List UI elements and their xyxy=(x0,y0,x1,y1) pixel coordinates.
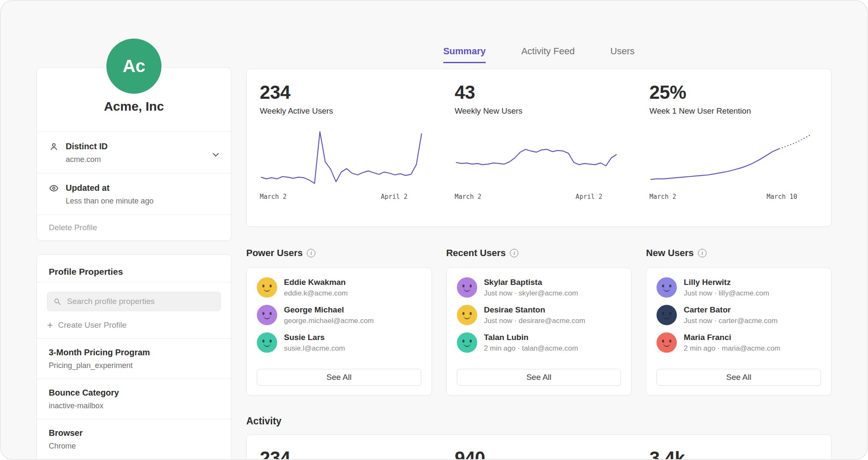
info-icon[interactable] xyxy=(307,249,315,257)
info-icon[interactable] xyxy=(698,249,707,257)
activity-stat: 3.4k xyxy=(636,435,831,460)
user-meta: Just now · desirare@acme.com xyxy=(484,316,585,325)
activity-stat: 234 xyxy=(247,435,442,460)
section-title: Power Users xyxy=(246,248,303,259)
property-item: Browser Chrome xyxy=(37,419,231,459)
stat-value: 43 xyxy=(455,82,618,103)
property-item: Bounce Category inactive-mailbox xyxy=(37,379,231,419)
list-item[interactable]: Skylar Baptista Just now · skyler@acme.c… xyxy=(457,277,621,298)
profile-properties-card: Profile Properties + Create User Profile… xyxy=(36,254,231,460)
plus-icon: + xyxy=(47,321,53,329)
weekly-active-users-chart xyxy=(260,129,423,189)
list-item[interactable]: Carter Bator Just now · carter@acme.com xyxy=(657,305,821,325)
eye-icon xyxy=(49,183,60,206)
main-content: Summary Activity Feed Users 234 Weekly A… xyxy=(246,1,832,460)
field-value: acme.com xyxy=(66,155,108,164)
section-new-users: New Users Lilly Herwitz Just now · lilly… xyxy=(646,247,832,396)
tab-summary[interactable]: Summary xyxy=(443,46,486,63)
user-name: Desirae Stanton xyxy=(484,305,585,315)
user-name: Carter Bator xyxy=(684,305,777,315)
user-name: Susie Lars xyxy=(284,332,345,342)
user-avatar xyxy=(457,305,477,325)
field-label: Updated at xyxy=(66,183,153,193)
user-meta: 2 min ago · maria@acme.com xyxy=(684,344,780,353)
user-sections: Power Users Eddie Kwakman eddie.k@acme.c… xyxy=(246,247,832,396)
list-item[interactable]: Lilly Herwitz Just now · lilly@acme.com xyxy=(657,277,821,298)
delete-profile-button[interactable]: Delete Profile xyxy=(37,215,231,240)
tab-users[interactable]: Users xyxy=(610,46,634,63)
org-avatar-initials: Ac xyxy=(122,56,145,76)
tab-bar: Summary Activity Feed Users xyxy=(246,46,832,63)
see-all-button[interactable]: See All xyxy=(257,369,421,386)
chevron-down-icon[interactable] xyxy=(211,150,221,160)
app-window: Ac Acme, Inc Distinct ID acme.com xyxy=(0,0,868,460)
user-name: Talan Lubin xyxy=(484,332,578,342)
summary-stats-card: 234 Weekly Active Users March 2 April 2 … xyxy=(246,69,832,227)
activity-section-title: Activity xyxy=(246,415,832,427)
stat-weekly-new-users: 43 Weekly New Users March 2 April 2 xyxy=(442,69,637,226)
profile-sidebar: Ac Acme, Inc Distinct ID acme.com xyxy=(36,1,231,460)
person-icon xyxy=(49,142,60,164)
user-meta: Just now · carter@acme.com xyxy=(684,316,777,325)
property-label: Bounce Category xyxy=(49,388,219,398)
x-tick: April 2 xyxy=(381,193,407,201)
profile-properties-title: Profile Properties xyxy=(37,255,231,282)
search-profile-properties-input[interactable] xyxy=(47,292,221,311)
user-name: George Michael xyxy=(284,305,374,315)
x-axis-labels: March 2 April 2 xyxy=(260,193,423,201)
create-user-profile-label: Create User Profile xyxy=(58,321,127,330)
see-all-button[interactable]: See All xyxy=(457,369,621,386)
list-item[interactable]: Eddie Kwakman eddie.k@acme.com xyxy=(257,277,421,298)
user-name: Eddie Kwakman xyxy=(284,277,348,287)
x-tick: March 10 xyxy=(767,193,797,201)
section-title: New Users xyxy=(646,248,694,259)
weekly-new-users-chart xyxy=(455,129,618,189)
user-avatar xyxy=(257,277,277,298)
power-users-card: Eddie Kwakman eddie.k@acme.com George Mi… xyxy=(246,268,432,396)
info-icon[interactable] xyxy=(510,249,518,257)
week1-retention-chart xyxy=(649,129,812,189)
list-item[interactable]: Desirae Stanton Just now · desirare@acme… xyxy=(457,305,621,325)
user-avatar xyxy=(457,332,477,353)
tab-activity-feed[interactable]: Activity Feed xyxy=(521,46,575,63)
list-item[interactable]: Maria Franci 2 min ago · maria@acme.com xyxy=(657,332,821,353)
user-avatar xyxy=(257,305,277,325)
user-avatar xyxy=(257,332,277,353)
user-name: Skylar Baptista xyxy=(484,277,578,287)
x-axis-labels: March 2 March 10 xyxy=(649,193,812,201)
stat-value: 25% xyxy=(649,82,812,103)
field-label: Distinct ID xyxy=(66,141,108,151)
stat-weekly-active-users: 234 Weekly Active Users March 2 April 2 xyxy=(247,69,442,226)
property-value: Pricing_plan_experiment xyxy=(49,361,219,370)
user-meta: eddie.k@acme.com xyxy=(284,289,348,298)
user-meta: 2 min ago · talan@acme.com xyxy=(484,344,578,353)
x-axis-labels: March 2 April 2 xyxy=(455,193,618,201)
section-title: Recent Users xyxy=(446,248,506,259)
user-meta: george.michael@acme.com xyxy=(284,316,374,325)
field-value: Less than one minute ago xyxy=(66,196,153,206)
recent-users-card: Skylar Baptista Just now · skyler@acme.c… xyxy=(446,268,632,396)
list-item[interactable]: Talan Lubin 2 min ago · talan@acme.com xyxy=(457,332,621,353)
stat-value: 234 xyxy=(260,82,423,103)
user-avatar xyxy=(657,332,677,353)
create-user-profile-button[interactable]: + Create User Profile xyxy=(47,321,221,330)
divider xyxy=(37,282,231,282)
user-meta: Just now · skyler@acme.com xyxy=(484,289,578,298)
see-all-button[interactable]: See All xyxy=(657,369,821,386)
search-box xyxy=(47,292,221,311)
property-value: Chrome xyxy=(49,441,219,451)
property-item: 3-Month Pricing Program Pricing_plan_exp… xyxy=(37,339,231,379)
stat-label: Week 1 New User Retention xyxy=(649,106,812,116)
user-name: Maria Franci xyxy=(684,332,780,342)
user-avatar xyxy=(657,277,677,298)
user-avatar xyxy=(457,277,477,298)
list-item[interactable]: George Michael george.michael@acme.com xyxy=(257,305,421,325)
org-avatar: Ac xyxy=(106,39,161,94)
new-users-card: Lilly Herwitz Just now · lilly@acme.com … xyxy=(646,268,832,396)
user-avatar xyxy=(657,305,677,325)
list-item[interactable]: Susie Lars susie.l@acme.com xyxy=(257,332,421,353)
x-tick: March 2 xyxy=(649,193,676,201)
section-power-users: Power Users Eddie Kwakman eddie.k@acme.c… xyxy=(246,247,432,396)
stat-week1-retention: 25% Week 1 New User Retention March 2 Ma… xyxy=(636,69,831,226)
stat-label: Weekly Active Users xyxy=(260,106,423,116)
